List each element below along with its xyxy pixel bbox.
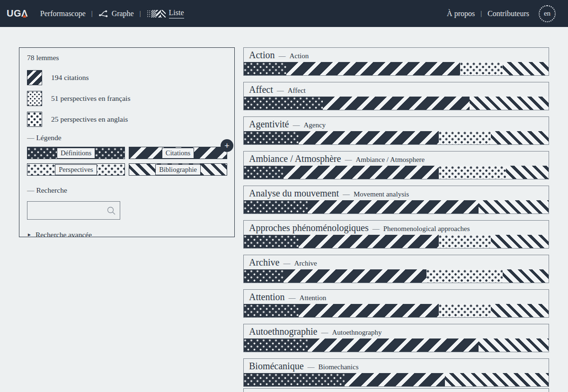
secondary-nav: À propos | Contributeurs en	[447, 5, 556, 22]
lemma-item[interactable]: Approches phénoménologiques — Phenomenol…	[243, 220, 549, 249]
bar-segment-bibliographie	[470, 97, 549, 110]
lemma-item[interactable]: Affect — Affect	[243, 82, 549, 110]
lemma-pattern-bar	[244, 304, 549, 317]
brand-label: Performascope	[40, 9, 86, 18]
main-content: 78 lemmes 194 citations 51 perspectives …	[0, 27, 568, 392]
lemma-item[interactable]: Archive — Archive	[243, 255, 549, 283]
add-button[interactable]: +	[221, 139, 233, 152]
uga-logo[interactable]: UGΛ	[7, 8, 28, 19]
legend-chip-definitions[interactable]: Définitions	[27, 147, 125, 159]
search-box	[27, 201, 120, 220]
nav-separator: |	[91, 10, 93, 18]
list-patterns-icon	[147, 10, 166, 18]
bar-segment-bibliographie	[491, 304, 549, 317]
bar-segment-definitions	[244, 373, 345, 386]
legend-chip-perspectives[interactable]: Perspectives	[27, 163, 125, 176]
bar-segment-definitions	[244, 97, 323, 110]
lemma-pattern-bar	[244, 339, 549, 352]
bar-segment-perspectives	[460, 62, 503, 75]
nav-tab-graphe[interactable]: Graphe	[98, 9, 134, 18]
language-toggle-button[interactable]: en	[539, 5, 556, 22]
lemma-title: Affect — Affect	[244, 82, 549, 95]
perspectives-fr-dots-swatch-icon	[27, 91, 42, 106]
lemma-name-en: Ambiance / Atmosphere	[355, 156, 425, 164]
nav-brand-performascope[interactable]: Performascope	[40, 9, 86, 18]
lemma-name-en: Movement analysis	[354, 190, 409, 198]
bar-segment-definitions	[244, 62, 286, 75]
bar-segment-citations	[299, 304, 439, 317]
lemma-pattern-bar	[244, 131, 549, 144]
bar-segment-citations	[308, 339, 479, 352]
bar-segment-citations	[308, 200, 479, 214]
bar-segment-perspectives	[439, 166, 506, 179]
legend-section-title: — Légende	[27, 134, 227, 142]
bar-segment-citations	[284, 166, 439, 179]
lemma-name-fr: Archive	[249, 257, 279, 268]
search-section-title: — Recherche	[27, 186, 227, 195]
lemma-item[interactable]: Biomécanique — Biomechanics	[243, 358, 549, 387]
nav-link-contributors[interactable]: Contributeurs	[488, 9, 529, 18]
legend-chip-label: Définitions	[57, 148, 95, 159]
bar-segment-bibliographie	[506, 166, 549, 179]
lemma-name-fr: Agentivité	[249, 119, 289, 130]
bar-segment-bibliographie	[503, 62, 549, 75]
uga-orange-triangle-icon	[23, 15, 27, 18]
liste-label: Liste	[169, 9, 184, 18]
lemma-name-fr: Approches phénoménologiques	[249, 223, 369, 233]
bar-segment-bibliographie	[479, 200, 549, 214]
bar-segment-citations	[299, 235, 439, 248]
legend-chip-citations[interactable]: Citations	[129, 147, 227, 159]
lemma-title: Biomécanique — Biomechanics	[244, 359, 549, 372]
lemma-item[interactable]: Ambiance / Atmosphère — Ambiance / Atmos…	[243, 151, 549, 179]
filters-panel: 78 lemmes 194 citations 51 perspectives …	[19, 47, 235, 237]
lemma-title: Autoethnographie — Autoethnography	[244, 324, 549, 337]
about-label: À propos	[447, 9, 475, 18]
lemma-name-fr: Action	[249, 50, 275, 61]
stat-citations: 194 citations	[27, 70, 227, 85]
bar-segment-bibliographie	[479, 339, 549, 352]
lemma-dash: —	[289, 294, 296, 302]
advanced-search-label: Recherche avancée	[36, 231, 92, 239]
nav-tab-liste[interactable]: Liste	[147, 9, 184, 18]
lemma-item[interactable]: Autoethnographie — Autoethnography	[243, 324, 549, 352]
lemma-name-fr: Attention	[249, 292, 285, 303]
lemma-pattern-bar	[244, 97, 549, 110]
bar-segment-perspectives	[426, 269, 503, 283]
lemma-dash: —	[293, 121, 300, 129]
lemma-name-en: Affect	[288, 87, 306, 95]
lemma-item[interactable]: Action — Action	[243, 47, 549, 76]
lemma-name-fr: Affect	[249, 84, 273, 95]
legend-chip-label: Bibliographie	[155, 164, 201, 175]
stat-perspectives-en: 25 perspectives en anglais	[27, 112, 227, 127]
lemma-pattern-bar	[244, 200, 549, 214]
bar-segment-bibliographie	[503, 269, 549, 283]
lemma-item[interactable]: Analyse du mouvement — Movement analysis	[243, 186, 549, 214]
primary-nav: Performascope | Graphe | Liste	[40, 9, 184, 18]
nav-separator: |	[140, 10, 141, 18]
bar-segment-bibliographie	[491, 235, 549, 248]
lemma-title: Analyse du mouvement — Movement analysis	[244, 186, 549, 199]
lemma-item[interactable]: Agentivité — Agency	[243, 116, 549, 145]
advanced-search-toggle[interactable]: ► Recherche avancée	[27, 231, 227, 239]
lemma-item[interactable]: Attention — Attention	[243, 289, 549, 318]
lemma-name-en: Agency	[303, 121, 326, 129]
lemma-dash: —	[278, 52, 285, 60]
graphe-label: Graphe	[112, 9, 134, 18]
lemma-name-en: Autoethnography	[332, 329, 382, 337]
stat-label: 51 perspectives en français	[51, 94, 130, 103]
bar-segment-definitions	[244, 339, 308, 352]
lemma-pattern-bar	[244, 269, 549, 283]
lemma-title: Agentivité — Agency	[244, 117, 549, 130]
bar-segment-bibliographie	[491, 131, 549, 144]
lemma-title: Archive — Archive	[244, 255, 549, 268]
bar-segment-citations	[323, 97, 469, 110]
lemma-item-partial[interactable]	[243, 388, 549, 392]
legend-chip-bibliographie[interactable]: Bibliographie	[129, 163, 227, 176]
lemma-count: 78 lemmes	[27, 53, 227, 62]
search-input[interactable]	[27, 201, 120, 220]
lemma-name-en: Phenomenological approaches	[383, 225, 470, 233]
contributors-label: Contributeurs	[488, 9, 529, 18]
bar-segment-bibliographie	[445, 373, 549, 386]
nav-link-about[interactable]: À propos	[447, 9, 475, 18]
bar-segment-citations	[299, 131, 439, 144]
